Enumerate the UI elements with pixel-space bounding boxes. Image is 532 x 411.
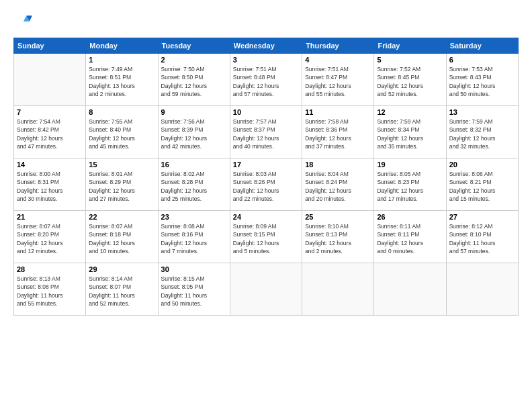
day-info-line: Daylight: 12 hours [17,240,63,246]
day-number: 9 [161,108,227,116]
page: SundayMondayTuesdayWednesdayThursdayFrid… [0,0,532,411]
day-info-line: Daylight: 12 hours [17,187,63,194]
day-info: Sunrise: 8:05 AMSunset: 8:23 PMDaylight:… [377,170,443,203]
day-info-line: Sunrise: 8:15 AM [161,275,205,282]
day-info-line: and 37 minutes. [305,143,345,150]
calendar-cell: 28Sunrise: 8:13 AMSunset: 8:08 PMDayligh… [14,263,86,316]
day-info-line: Sunset: 8:36 PM [305,126,347,133]
calendar-cell: 8Sunrise: 7:55 AMSunset: 8:40 PMDaylight… [86,106,158,158]
day-info-line: Sunset: 8:11 PM [377,231,419,238]
day-info-line: Sunrise: 7:55 AM [89,118,132,125]
day-info-line: Sunset: 8:42 PM [17,126,59,133]
calendar-cell: 7Sunrise: 7:54 AMSunset: 8:42 PMDaylight… [14,106,86,158]
calendar-cell: 14Sunrise: 8:00 AMSunset: 8:31 PMDayligh… [14,158,86,211]
day-info-line: Sunset: 8:40 PM [89,126,131,133]
day-info-line: Sunrise: 8:10 AM [305,223,349,230]
calendar-cell: 17Sunrise: 8:03 AMSunset: 8:26 PMDayligh… [230,158,302,211]
day-info-line: Daylight: 12 hours [161,135,208,142]
day-info-line: Sunrise: 7:59 AM [449,118,493,125]
calendar-cell: 16Sunrise: 8:02 AMSunset: 8:28 PMDayligh… [158,158,230,211]
calendar-cell: 22Sunrise: 8:07 AMSunset: 8:18 PMDayligh… [86,211,158,263]
day-number: 28 [17,265,83,273]
day-number: 8 [89,108,154,116]
day-info: Sunrise: 7:58 AMSunset: 8:36 PMDaylight:… [305,118,371,150]
week-row-1: 1Sunrise: 7:49 AMSunset: 8:51 PMDaylight… [14,54,519,106]
day-info: Sunrise: 8:09 AMSunset: 8:15 PMDaylight:… [233,222,299,255]
calendar-cell: 13Sunrise: 7:59 AMSunset: 8:32 PMDayligh… [446,106,518,158]
calendar-cell: 1Sunrise: 7:49 AMSunset: 8:51 PMDaylight… [86,54,158,106]
day-info-line: Sunset: 8:13 PM [305,231,347,238]
day-info-line: Daylight: 12 hours [233,240,279,246]
day-number: 29 [89,265,154,273]
day-info: Sunrise: 8:06 AMSunset: 8:21 PMDaylight:… [449,170,515,203]
day-info-line: Sunset: 8:29 PM [89,179,131,185]
day-number: 4 [305,56,371,64]
day-info-line: and 50 minutes. [449,91,490,97]
day-info: Sunrise: 7:51 AMSunset: 8:48 PMDaylight:… [233,65,299,98]
day-number: 2 [161,56,227,64]
calendar-cell [230,263,302,316]
col-header-wednesday: Wednesday [230,38,302,54]
day-info-line: Sunset: 8:43 PM [449,74,492,81]
day-info: Sunrise: 7:49 AMSunset: 8:51 PMDaylight:… [89,65,154,98]
day-info-line: and 0 minutes. [377,248,414,255]
day-info-line: and 40 minutes. [233,143,273,150]
day-info-line: Sunrise: 7:51 AM [305,66,349,73]
day-info-line: Sunrise: 7:50 AM [161,66,205,73]
day-number: 7 [17,108,83,116]
day-info-line: and 55 minutes. [305,91,345,97]
calendar-cell: 10Sunrise: 7:57 AMSunset: 8:37 PMDayligh… [230,106,302,158]
day-info-line: Sunset: 8:23 PM [377,179,419,185]
calendar-cell: 20Sunrise: 8:06 AMSunset: 8:21 PMDayligh… [446,158,518,211]
day-info-line: and 35 minutes. [377,143,417,150]
calendar-cell: 4Sunrise: 7:51 AMSunset: 8:47 PMDaylight… [302,54,374,106]
day-info-line: Sunset: 8:50 PM [161,74,204,81]
day-info-line: Sunset: 8:28 PM [161,179,204,185]
day-number: 26 [377,213,443,221]
calendar-cell: 25Sunrise: 8:10 AMSunset: 8:13 PMDayligh… [302,211,374,263]
day-info: Sunrise: 8:01 AMSunset: 8:29 PMDaylight:… [89,170,154,203]
day-info-line: Sunset: 8:21 PM [449,179,492,185]
calendar-cell: 9Sunrise: 7:56 AMSunset: 8:39 PMDaylight… [158,106,230,158]
day-info-line: Sunrise: 8:07 AM [17,223,60,230]
week-row-2: 7Sunrise: 7:54 AMSunset: 8:42 PMDaylight… [14,106,519,158]
day-info-line: Daylight: 12 hours [305,240,351,246]
day-number: 12 [377,108,443,116]
day-info-line: Sunset: 8:31 PM [17,179,59,185]
day-number: 18 [305,161,371,169]
day-info-line: Sunrise: 8:12 AM [449,223,493,230]
day-info: Sunrise: 7:56 AMSunset: 8:39 PMDaylight:… [161,118,227,150]
day-info-line: Sunset: 8:18 PM [89,231,131,238]
col-header-saturday: Saturday [446,38,518,54]
day-number: 10 [233,108,299,116]
day-info-line: Sunset: 8:26 PM [233,179,275,185]
day-number: 3 [233,56,299,64]
day-info-line: and 10 minutes. [89,248,129,255]
calendar-cell: 15Sunrise: 8:01 AMSunset: 8:29 PMDayligh… [86,158,158,211]
day-info: Sunrise: 8:07 AMSunset: 8:20 PMDaylight:… [17,222,83,255]
day-info-line: Sunrise: 7:54 AM [17,118,60,125]
day-info-line: and 17 minutes. [377,195,417,202]
calendar-cell: 11Sunrise: 7:58 AMSunset: 8:36 PMDayligh… [302,106,374,158]
day-info-line: and 59 minutes. [161,91,202,97]
calendar-cell: 6Sunrise: 7:53 AMSunset: 8:43 PMDaylight… [446,54,518,106]
day-number: 13 [449,108,515,116]
day-info: Sunrise: 7:54 AMSunset: 8:42 PMDaylight:… [17,118,83,150]
day-info-line: Daylight: 13 hours [89,83,135,89]
day-info-line: Sunset: 8:05 PM [161,283,204,290]
day-info-line: Sunrise: 7:51 AM [233,66,277,73]
day-info-line: Daylight: 12 hours [377,187,423,194]
day-info: Sunrise: 8:07 AMSunset: 8:18 PMDaylight:… [89,222,154,255]
day-info-line: Sunset: 8:34 PM [377,126,419,133]
day-info-line: and 57 minutes. [449,248,490,255]
day-number: 5 [377,56,443,64]
calendar-cell [446,263,518,316]
calendar-cell: 29Sunrise: 8:14 AMSunset: 8:07 PMDayligh… [86,263,158,316]
day-info: Sunrise: 8:04 AMSunset: 8:24 PMDaylight:… [305,170,371,203]
day-info-line: Sunrise: 8:08 AM [161,223,205,230]
day-info-line: and 47 minutes. [17,143,57,150]
day-info: Sunrise: 8:11 AMSunset: 8:11 PMDaylight:… [377,222,443,255]
day-info-line: Sunrise: 8:11 AM [377,223,420,230]
day-info: Sunrise: 8:14 AMSunset: 8:07 PMDaylight:… [89,275,154,308]
day-number: 15 [89,161,154,169]
